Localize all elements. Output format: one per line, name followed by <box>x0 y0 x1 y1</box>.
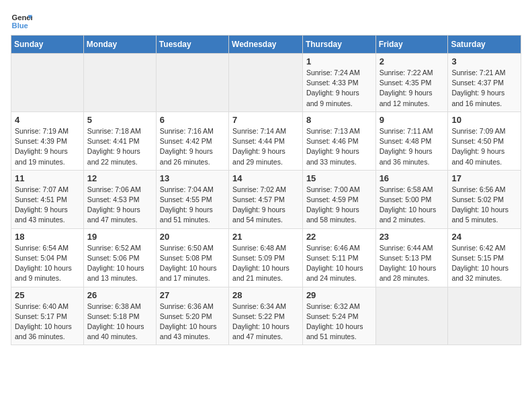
day-number: 16 <box>380 173 445 183</box>
day-info: Sunrise: 7:21 AMSunset: 4:37 PMDaylight:… <box>451 68 517 109</box>
day-number: 26 <box>87 290 152 300</box>
calendar-cell: 14Sunrise: 7:02 AMSunset: 4:57 PMDayligh… <box>229 170 303 228</box>
calendar-cell: 6Sunrise: 7:16 AMSunset: 4:42 PMDaylight… <box>156 111 228 170</box>
calendar-cell: 9Sunrise: 7:11 AMSunset: 4:48 PMDaylight… <box>375 111 448 170</box>
day-info: Sunrise: 6:32 AMSunset: 5:24 PMDaylight:… <box>306 302 372 342</box>
column-header-thursday: Thursday <box>302 36 375 54</box>
calendar-cell: 21Sunrise: 6:48 AMSunset: 5:09 PMDayligh… <box>229 228 303 287</box>
day-info: Sunrise: 6:58 AMSunset: 5:00 PMDaylight:… <box>380 185 445 226</box>
day-info: Sunrise: 7:02 AMSunset: 4:57 PMDaylight:… <box>232 185 299 226</box>
column-header-sunday: Sunday <box>11 36 84 54</box>
calendar-cell: 27Sunrise: 6:36 AMSunset: 5:20 PMDayligh… <box>156 287 228 345</box>
calendar-cell: 11Sunrise: 7:07 AMSunset: 4:51 PMDayligh… <box>11 170 84 228</box>
calendar-cell <box>83 54 156 112</box>
day-number: 4 <box>15 115 80 125</box>
column-header-wednesday: Wednesday <box>229 36 303 54</box>
day-info: Sunrise: 7:16 AMSunset: 4:42 PMDaylight:… <box>160 126 225 167</box>
week-row-3: 11Sunrise: 7:07 AMSunset: 4:51 PMDayligh… <box>11 170 521 228</box>
day-number: 6 <box>160 115 225 125</box>
calendar-cell <box>11 54 84 112</box>
calendar-cell: 5Sunrise: 7:18 AMSunset: 4:41 PMDaylight… <box>83 111 156 170</box>
day-info: Sunrise: 7:07 AMSunset: 4:51 PMDaylight:… <box>15 185 80 226</box>
day-info: Sunrise: 7:00 AMSunset: 4:59 PMDaylight:… <box>306 185 372 226</box>
day-number: 8 <box>306 115 372 125</box>
calendar-cell: 8Sunrise: 7:13 AMSunset: 4:46 PMDaylight… <box>302 111 375 170</box>
day-info: Sunrise: 6:46 AMSunset: 5:11 PMDaylight:… <box>306 243 372 284</box>
day-number: 12 <box>87 173 152 183</box>
week-row-1: 1Sunrise: 7:24 AMSunset: 4:33 PMDaylight… <box>11 54 521 112</box>
day-number: 11 <box>15 173 80 183</box>
column-header-friday: Friday <box>375 36 448 54</box>
svg-text:Blue: Blue <box>12 21 28 30</box>
calendar-cell: 10Sunrise: 7:09 AMSunset: 4:50 PMDayligh… <box>448 111 521 170</box>
day-info: Sunrise: 7:22 AMSunset: 4:35 PMDaylight:… <box>380 68 445 109</box>
day-number: 1 <box>306 56 372 66</box>
day-number: 13 <box>160 173 225 183</box>
calendar-cell: 3Sunrise: 7:21 AMSunset: 4:37 PMDaylight… <box>448 54 521 112</box>
column-header-saturday: Saturday <box>448 36 521 54</box>
day-info: Sunrise: 7:04 AMSunset: 4:55 PMDaylight:… <box>160 185 225 226</box>
day-number: 22 <box>306 232 372 242</box>
column-header-tuesday: Tuesday <box>156 36 228 54</box>
day-info: Sunrise: 7:13 AMSunset: 4:46 PMDaylight:… <box>306 126 372 167</box>
day-info: Sunrise: 7:24 AMSunset: 4:33 PMDaylight:… <box>306 68 372 109</box>
calendar-cell: 1Sunrise: 7:24 AMSunset: 4:33 PMDaylight… <box>302 54 375 112</box>
day-number: 18 <box>15 232 80 242</box>
calendar-cell: 20Sunrise: 6:50 AMSunset: 5:08 PMDayligh… <box>156 228 228 287</box>
calendar-cell: 12Sunrise: 7:06 AMSunset: 4:53 PMDayligh… <box>83 170 156 228</box>
calendar-cell <box>229 54 303 112</box>
calendar-cell: 16Sunrise: 6:58 AMSunset: 5:00 PMDayligh… <box>375 170 448 228</box>
day-number: 19 <box>87 232 152 242</box>
day-info: Sunrise: 7:18 AMSunset: 4:41 PMDaylight:… <box>87 126 152 167</box>
day-info: Sunrise: 6:56 AMSunset: 5:02 PMDaylight:… <box>451 185 517 226</box>
day-info: Sunrise: 6:42 AMSunset: 5:15 PMDaylight:… <box>451 243 517 284</box>
calendar-cell: 19Sunrise: 6:52 AMSunset: 5:06 PMDayligh… <box>83 228 156 287</box>
calendar-cell: 26Sunrise: 6:38 AMSunset: 5:18 PMDayligh… <box>83 287 156 345</box>
week-row-5: 25Sunrise: 6:40 AMSunset: 5:17 PMDayligh… <box>11 287 521 345</box>
day-number: 7 <box>232 115 299 125</box>
day-info: Sunrise: 7:19 AMSunset: 4:39 PMDaylight:… <box>15 126 80 167</box>
logo: General Blue <box>11 11 32 32</box>
calendar-cell: 2Sunrise: 7:22 AMSunset: 4:35 PMDaylight… <box>375 54 448 112</box>
calendar-cell: 4Sunrise: 7:19 AMSunset: 4:39 PMDaylight… <box>11 111 84 170</box>
day-number: 2 <box>380 56 445 66</box>
day-info: Sunrise: 6:40 AMSunset: 5:17 PMDaylight:… <box>15 302 80 342</box>
day-info: Sunrise: 7:11 AMSunset: 4:48 PMDaylight:… <box>380 126 445 167</box>
day-number: 9 <box>380 115 445 125</box>
day-info: Sunrise: 6:48 AMSunset: 5:09 PMDaylight:… <box>232 243 299 284</box>
column-header-monday: Monday <box>83 36 156 54</box>
page-header: General Blue <box>11 11 521 32</box>
day-number: 15 <box>306 173 372 183</box>
calendar-cell: 24Sunrise: 6:42 AMSunset: 5:15 PMDayligh… <box>448 228 521 287</box>
day-number: 14 <box>232 173 299 183</box>
calendar-cell: 15Sunrise: 7:00 AMSunset: 4:59 PMDayligh… <box>302 170 375 228</box>
day-info: Sunrise: 7:14 AMSunset: 4:44 PMDaylight:… <box>232 126 299 167</box>
calendar-cell: 13Sunrise: 7:04 AMSunset: 4:55 PMDayligh… <box>156 170 228 228</box>
day-number: 10 <box>451 115 517 125</box>
day-number: 24 <box>451 232 517 242</box>
calendar-cell: 7Sunrise: 7:14 AMSunset: 4:44 PMDaylight… <box>229 111 303 170</box>
day-info: Sunrise: 6:52 AMSunset: 5:06 PMDaylight:… <box>87 243 152 284</box>
day-number: 17 <box>451 173 517 183</box>
svg-text:General: General <box>12 13 32 21</box>
calendar-cell: 29Sunrise: 6:32 AMSunset: 5:24 PMDayligh… <box>302 287 375 345</box>
logo-icon: General Blue <box>11 11 32 32</box>
calendar-cell: 28Sunrise: 6:34 AMSunset: 5:22 PMDayligh… <box>229 287 303 345</box>
day-number: 27 <box>160 290 225 300</box>
calendar-cell <box>375 287 448 345</box>
calendar-cell: 17Sunrise: 6:56 AMSunset: 5:02 PMDayligh… <box>448 170 521 228</box>
calendar-header-row: SundayMondayTuesdayWednesdayThursdayFrid… <box>11 36 521 54</box>
calendar-cell: 22Sunrise: 6:46 AMSunset: 5:11 PMDayligh… <box>302 228 375 287</box>
day-number: 20 <box>160 232 225 242</box>
day-info: Sunrise: 6:44 AMSunset: 5:13 PMDaylight:… <box>380 243 445 284</box>
day-info: Sunrise: 7:09 AMSunset: 4:50 PMDaylight:… <box>451 126 517 167</box>
day-number: 23 <box>380 232 445 242</box>
day-info: Sunrise: 6:34 AMSunset: 5:22 PMDaylight:… <box>232 302 299 342</box>
calendar-cell: 25Sunrise: 6:40 AMSunset: 5:17 PMDayligh… <box>11 287 84 345</box>
day-number: 3 <box>451 56 517 66</box>
day-info: Sunrise: 7:06 AMSunset: 4:53 PMDaylight:… <box>87 185 152 226</box>
day-info: Sunrise: 6:50 AMSunset: 5:08 PMDaylight:… <box>160 243 225 284</box>
day-info: Sunrise: 6:36 AMSunset: 5:20 PMDaylight:… <box>160 302 225 342</box>
day-info: Sunrise: 6:38 AMSunset: 5:18 PMDaylight:… <box>87 302 152 342</box>
day-number: 28 <box>232 290 299 300</box>
